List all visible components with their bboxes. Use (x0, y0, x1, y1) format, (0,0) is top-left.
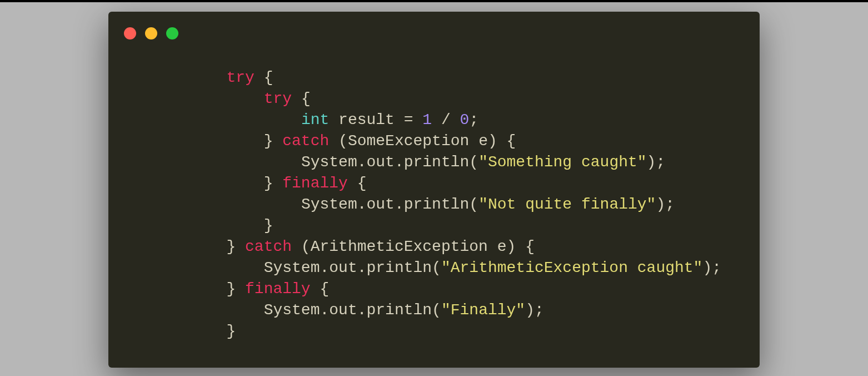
code-window: try { try { int result = 1 / 0; } catch … (108, 12, 760, 368)
window-controls (124, 27, 178, 39)
code-line-7: System.out.println("Not quite finally"); (152, 196, 675, 213)
code-line-2: try { (152, 90, 311, 107)
stage: try { try { int result = 1 / 0; } catch … (0, 2, 868, 376)
code-line-13: } (152, 323, 236, 340)
code-line-1: try { (152, 69, 273, 86)
code-line-3: int result = 1 / 0; (152, 111, 478, 128)
code-line-11: } finally { (152, 280, 329, 298)
code-line-9: } catch (ArithmeticException e) { (152, 238, 535, 255)
code-line-6: } finally { (152, 175, 367, 192)
code-line-8: } (152, 217, 273, 234)
code-line-12: System.out.println("Finally"); (152, 301, 544, 319)
code-line-10: System.out.println("ArithmeticException … (152, 259, 721, 276)
zoom-icon[interactable] (166, 27, 178, 39)
code-line-5: System.out.println("Something caught"); (152, 154, 665, 171)
close-icon[interactable] (124, 27, 136, 39)
minimize-icon[interactable] (145, 27, 157, 39)
code-block: try { try { int result = 1 / 0; } catch … (152, 67, 726, 342)
code-line-4: } catch (SomeException e) { (152, 132, 516, 150)
